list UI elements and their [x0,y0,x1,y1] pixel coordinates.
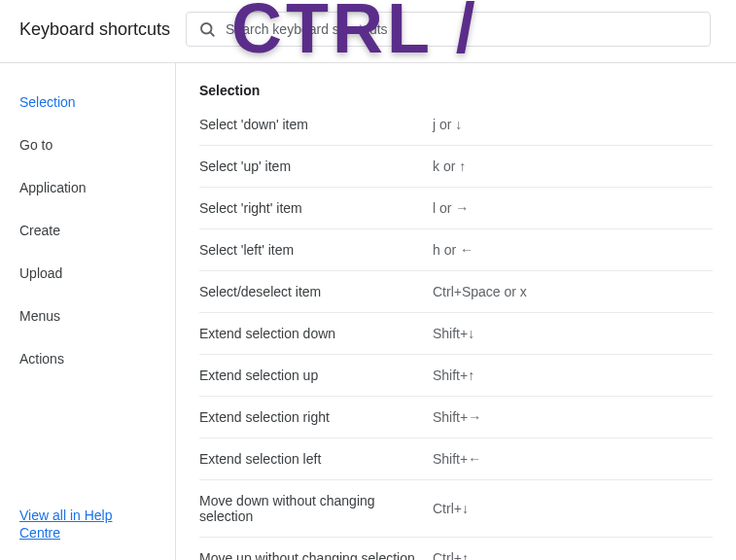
shortcut-key: Ctrl+↓ [433,501,469,516]
shortcut-key: l or → [433,200,469,216]
sidebar-footer: View all in Help Centre [0,493,175,560]
shortcut-row: Extend selection upShift+↑ [199,355,713,397]
shortcut-key: Shift+→ [433,409,481,425]
shortcut-row: Extend selection rightShift+→ [199,397,713,438]
shortcut-key: Shift+↓ [433,326,474,341]
shortcut-list: Select 'down' itemj or ↓Select 'up' item… [199,104,713,560]
search-icon [198,20,216,38]
shortcut-description: Extend selection right [199,409,433,425]
shortcut-row: Select 'right' iteml or → [199,188,713,229]
shortcut-description: Extend selection down [199,326,433,341]
svg-line-1 [210,32,214,36]
sidebar-item-create[interactable]: Create [0,211,175,250]
shortcut-key: Shift+← [433,451,481,467]
shortcut-description: Extend selection up [199,368,433,383]
shortcut-row: Move up without changing selectionCtrl+↑ [199,538,713,560]
header: Keyboard shortcuts [0,0,736,62]
sidebar-item-go-to[interactable]: Go to [0,125,175,164]
search-box[interactable] [186,12,711,47]
shortcut-description: Move down without changing selection [199,493,433,524]
sidebar-item-menus[interactable]: Menus [0,297,175,335]
shortcut-description: Select 'left' item [199,242,433,258]
help-centre-link[interactable]: View all in Help Centre [19,508,112,541]
shortcut-key: j or ↓ [433,117,462,132]
shortcut-key: k or ↑ [433,158,466,174]
shortcut-row: Extend selection leftShift+← [199,438,713,480]
sidebar-item-upload[interactable]: Upload [0,254,175,293]
section-title: Selection [199,83,713,98]
shortcut-row: Move down without changing selectionCtrl… [199,480,713,538]
sidebar-item-application[interactable]: Application [0,168,175,207]
shortcut-key: Ctrl+Space or x [433,284,527,299]
body: SelectionGo toApplicationCreateUploadMen… [0,63,736,560]
sidebar-items: SelectionGo toApplicationCreateUploadMen… [0,83,175,493]
shortcut-row: Select 'down' itemj or ↓ [199,104,713,146]
shortcut-description: Move up without changing selection [199,550,433,560]
sidebar: SelectionGo toApplicationCreateUploadMen… [0,63,176,560]
shortcut-description: Select 'up' item [199,158,433,174]
shortcut-key: Ctrl+↑ [433,550,469,560]
shortcut-row: Select 'up' itemk or ↑ [199,146,713,188]
shortcut-row: Select/deselect itemCtrl+Space or x [199,271,713,313]
shortcut-key: Shift+↑ [433,368,474,383]
search-input[interactable] [226,21,698,37]
sidebar-item-actions[interactable]: Actions [0,339,175,378]
shortcut-description: Select 'right' item [199,200,433,216]
shortcut-description: Select/deselect item [199,284,433,299]
shortcut-key: h or ← [433,242,473,258]
shortcut-description: Extend selection left [199,451,433,467]
shortcut-description: Select 'down' item [199,117,433,132]
page-title: Keyboard shortcuts [19,19,170,40]
sidebar-item-selection[interactable]: Selection [0,83,175,122]
content: Selection Select 'down' itemj or ↓Select… [176,63,736,560]
shortcut-row: Extend selection downShift+↓ [199,313,713,355]
shortcut-row: Select 'left' itemh or ← [199,229,713,271]
